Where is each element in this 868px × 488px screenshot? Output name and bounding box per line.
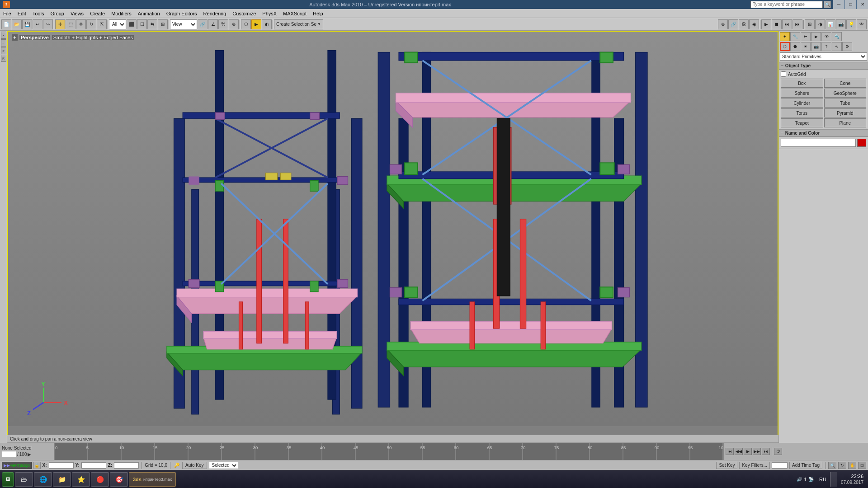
create-panel-btn[interactable]: ✦ [780,32,790,41]
select-region-button[interactable]: ⬚ [66,19,75,29]
maxscript-prompt[interactable]: ▶▶ MAXScript [2,462,32,469]
open-button[interactable]: 📂 [12,19,22,29]
tube-button[interactable]: Tube [824,99,867,108]
maximize-button[interactable]: □ [844,0,856,9]
rotate-mode-btn[interactable]: ↺ [1,47,6,54]
systems-btn[interactable]: ⚙ [842,42,852,51]
taskbar-browser[interactable]: 🌐 [34,472,52,487]
add-time-tag-button[interactable]: Add Time Tag [789,462,822,469]
activeshade-button[interactable]: ◐ [262,19,272,29]
show-stats-button[interactable]: 📊 [826,19,835,29]
helpers-btn[interactable]: ? [821,42,831,51]
autogrid-checkbox[interactable] [781,71,786,77]
geosphere-button[interactable]: GeoSphere [824,89,867,98]
named-selection-button[interactable]: ☐ [137,19,147,29]
bind-to-space-button[interactable]: ◉ [749,19,759,29]
plane-button[interactable]: Plane [824,118,867,127]
menu-views[interactable]: Views [67,9,87,18]
next-key-btn[interactable]: ▶▶ [753,448,761,455]
move-gizmo-button[interactable]: ⊕ [718,19,728,29]
auto-key-button[interactable]: Auto Key [182,462,207,469]
taskbar-app1[interactable]: ⭐ [72,472,90,487]
rotate-button[interactable]: ↻ [86,19,96,29]
sphere-button[interactable]: Sphere [781,89,823,98]
search-icon[interactable]: 🔍 [824,1,831,8]
filter-dropdown[interactable]: All [109,19,126,29]
prev-frame-button[interactable]: ⏮ [793,19,802,29]
lights-btn[interactable]: ☀ [801,42,811,51]
scale-mode-btn[interactable]: ⇱ [1,55,6,62]
selection-filter-button[interactable]: ⬛ [127,19,137,29]
camera-button[interactable]: 📷 [836,19,846,29]
x-input[interactable] [49,462,74,469]
new-button[interactable]: 📄 [1,19,11,29]
render-button[interactable]: ▶ [251,19,261,29]
move-button[interactable]: ✥ [76,19,86,29]
menu-animation[interactable]: Animation [135,9,163,18]
prev-frame-btn[interactable]: ⏮ [726,448,734,455]
lights-button[interactable]: 💡 [846,19,856,29]
spinner-snap-button[interactable]: ⊕ [229,19,239,29]
next-frame-button[interactable]: ⏭ [782,19,792,29]
menu-file[interactable]: File [0,9,14,18]
color-swatch[interactable] [857,139,866,147]
menu-help[interactable]: Help [310,9,326,18]
spacewarps-btn[interactable]: ∿ [832,42,842,51]
time-input[interactable]: 0 [772,462,788,469]
show-desktop-btn[interactable] [830,472,837,487]
vp-maximize-btn[interactable]: ⊡ [858,462,866,469]
y-input[interactable] [81,462,106,469]
next-frame-btn-play[interactable]: ⏭ [762,448,770,455]
angle-snap-button[interactable]: ∠ [208,19,218,29]
menu-customize[interactable]: Customize [229,9,259,18]
geometry-btn[interactable]: ⬡ [780,42,790,51]
frame-nav-btn[interactable]: ▶ [28,452,31,457]
create-selection-dropdown[interactable]: Create Selection Se ▼ [274,19,323,29]
mirror-button[interactable]: ⇆ [147,19,157,29]
menu-create[interactable]: Create [87,9,108,18]
z-input[interactable] [114,462,139,469]
lock-icon[interactable]: 🔒 [33,462,41,469]
cone-button[interactable]: Cone [824,79,867,88]
viewport-layout-button[interactable]: ⊞ [805,19,815,29]
hierarchy-panel-btn[interactable]: ⊢ [801,32,811,41]
menu-tools[interactable]: Tools [29,9,47,18]
viewport-select[interactable]: View [170,19,197,29]
hide-show-button[interactable]: 👁 [857,19,867,29]
time-config-btn[interactable]: ⏱ [774,448,782,455]
viewport-shading-label[interactable]: Smooth + Highlights + Edged Faces [52,35,134,40]
category-dropdown[interactable]: Standard Primitives [780,52,867,61]
box-button[interactable]: Box [781,79,823,88]
viewport-nav-plus[interactable]: + [12,34,18,41]
unlink-button[interactable]: ⛓ [739,19,749,29]
menu-graph-editors[interactable]: Graph Editors [163,9,200,18]
align-button[interactable]: ⊞ [158,19,168,29]
menu-rendering[interactable]: Rendering [200,9,230,18]
close-button[interactable]: ✕ [856,0,868,9]
menu-edit[interactable]: Edit [14,9,29,18]
viewport-type-label[interactable]: Perspective [19,35,50,40]
selected-dropdown[interactable]: Selected [209,462,238,469]
utilities-panel-btn[interactable]: 🔩 [832,32,842,41]
redo-button[interactable]: ↪ [43,19,53,29]
key-filters-button[interactable]: Key Filters... [739,462,770,469]
taskbar-folder[interactable]: 📁 [53,472,71,487]
minimize-button[interactable]: ─ [833,0,844,9]
modify-panel-btn[interactable]: 🔧 [790,32,800,41]
shapes-btn[interactable]: ⬟ [790,42,800,51]
teapot-button[interactable]: Teapot [781,118,823,127]
cylinder-button[interactable]: Cylinder [781,99,823,108]
snap-button[interactable]: 🔗 [198,19,208,29]
set-key-button[interactable]: Set Key [716,462,737,469]
vp-pan-btn[interactable]: ✋ [848,462,856,469]
undo-button[interactable]: ↩ [33,19,42,29]
render-setup-button[interactable]: ⬡ [241,19,251,29]
torus-button[interactable]: Torus [781,108,823,117]
timeline-track[interactable]: 0 5 10 15 20 25 30 35 40 [54,443,723,460]
frame-current-input[interactable]: 0 [2,451,16,457]
search-input[interactable] [750,1,823,8]
select-mode-btn[interactable]: + [1,32,6,39]
menu-modifiers[interactable]: Modifiers [108,9,135,18]
pyramid-button[interactable]: Pyramid [824,108,867,117]
play-animation-button[interactable]: ▶ [761,19,771,29]
